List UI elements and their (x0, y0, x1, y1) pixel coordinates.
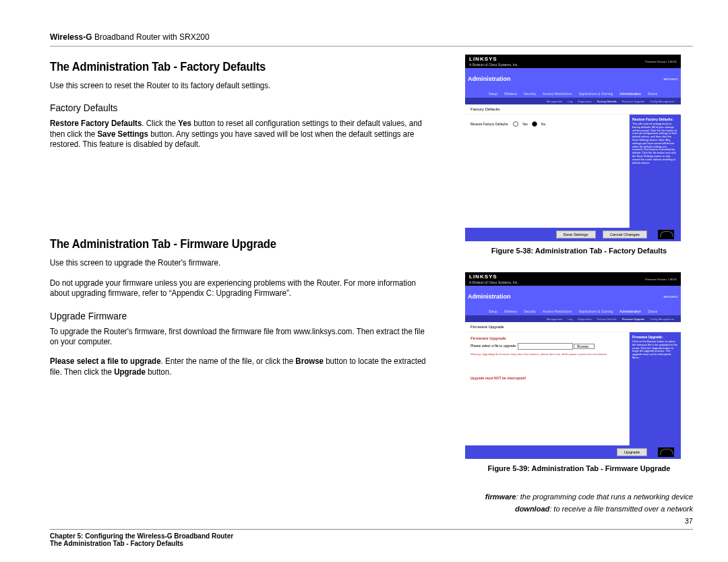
section-title-firmware-upgrade: The Administration Tab - Firmware Upgrad… (50, 237, 416, 251)
subtab-firmware-upgrade[interactable]: Firmware Upgrade (622, 317, 644, 321)
tab-access[interactable]: Access Restrictions (543, 92, 572, 96)
bold-save-settings: Save Settings (97, 129, 148, 139)
file-path-input[interactable] (518, 343, 573, 350)
firmware-upgrade-heading: Firmware Upgrade (471, 336, 624, 340)
firmware-download-paragraph: To upgrade the Router's firmware, first … (50, 327, 431, 348)
subtab-factory-defaults[interactable]: Factory Defaults (597, 100, 617, 103)
figure-content-left: Firmware Upgrade Please select a file to… (465, 332, 630, 445)
glossary-term-download: download (515, 505, 549, 513)
cisco-logo-icon (658, 447, 674, 457)
bold-browse: Browse (295, 356, 324, 366)
factory-defaults-intro: Use this screen to reset the Router to i… (50, 81, 431, 91)
radio-no[interactable] (532, 121, 537, 127)
subtab-management[interactable]: Management (547, 317, 562, 321)
admin-tab-label: Administration (468, 75, 511, 82)
figure-main-tabs: Setup Wireless Security Access Restricti… (465, 90, 681, 98)
product-header: Wireless-G Broadband Router with SRX200 (50, 32, 693, 42)
figure-factory-defaults: LINKSYS A Division of Cisco Systems, Inc… (465, 55, 681, 241)
glossary-term-firmware: firmware (485, 493, 516, 501)
help-text: This will reset all settings back to fac… (632, 123, 678, 164)
figure-bottom-bar: Upgrade (465, 445, 681, 459)
product-name-rest: Broadband Router with SRX200 (92, 32, 210, 42)
tab-administration[interactable]: Administration (619, 92, 641, 96)
subtab-factory-defaults[interactable]: Factory Defaults (597, 317, 617, 321)
figure-main-tabs: Setup Wireless Security Access Restricti… (465, 307, 681, 315)
tab-status[interactable]: Status (648, 309, 657, 313)
main-text-column: The Administration Tab - Factory Default… (50, 55, 448, 517)
figure-bottom-bar: Save Settings Cancel Changes (465, 228, 681, 241)
figure-header: LINKSYS A Division of Cisco Systems, Inc… (465, 272, 681, 286)
tab-wireless[interactable]: Wireless (504, 309, 517, 313)
figure-sub-tabs: Management Log Diagnostics Factory Defau… (465, 98, 681, 104)
firmware-select-paragraph: Please select a file to upgrade. Enter t… (50, 356, 431, 377)
bold-yes: Yes (178, 119, 191, 128)
footer-chapter: Chapter 5: Configuring the Wireless-G Br… (50, 532, 233, 540)
factory-defaults-paragraph: Restore Factory Defaults. Click the Yes … (50, 119, 431, 150)
upgrade-button[interactable]: Upgrade (617, 448, 647, 456)
figures-column: LINKSYS A Division of Cisco Systems, Inc… (465, 55, 693, 517)
upgrade-warning-text: Warning: Upgrading the firmware may take… (471, 352, 624, 356)
figure-nav-bar: Administration WRT54GX2 (465, 286, 681, 307)
no-interrupt-text: Upgrade must NOT be interrupted! (471, 376, 624, 380)
model-label: WRT54GX2 (664, 295, 679, 299)
subtab-config-management[interactable]: Config Management (650, 317, 674, 321)
help-title: Firmware Upgrade: (632, 335, 678, 339)
figure-1-caption: Figure 5-38: Administration Tab - Factor… (465, 247, 693, 255)
tab-wireless[interactable]: Wireless (504, 92, 517, 96)
select-file-label: Please select a file to upgrade: (471, 344, 516, 348)
firmware-version-label: Firmware Version: 1.00.01 (645, 278, 677, 281)
section-title-factory-defaults: The Administration Tab - Factory Default… (50, 60, 416, 74)
firmware-intro: Use this screen to upgrade the Router's … (50, 258, 431, 268)
tab-status[interactable]: Status (648, 92, 657, 96)
subtab-diagnostics[interactable]: Diagnostics (578, 100, 592, 103)
tab-apps[interactable]: Applications & Gaming (579, 309, 613, 313)
page-number: 37 (685, 517, 693, 525)
firmware-warning: Do not upgrade your firmware unless you … (50, 278, 431, 299)
glossary-firmware: firmware: the programming code that runs… (465, 493, 693, 501)
header-divider (50, 46, 693, 46)
tab-access[interactable]: Access Restrictions (543, 309, 572, 313)
fig-section-label: Firmware Upgrade (465, 322, 681, 332)
subtab-log[interactable]: Log (568, 100, 572, 103)
cisco-logo-icon (658, 230, 674, 239)
figure-firmware-upgrade: LINKSYS A Division of Cisco Systems, Inc… (465, 272, 681, 459)
tab-security[interactable]: Security (524, 309, 536, 313)
save-settings-button[interactable]: Save Settings (556, 230, 596, 239)
page-footer: 37 Chapter 5: Configuring the Wireless-G… (50, 528, 693, 547)
tab-setup[interactable]: Setup (489, 92, 497, 96)
admin-tab-label: Administration (468, 293, 511, 300)
tab-apps[interactable]: Applications & Gaming (579, 92, 613, 96)
subtab-diagnostics[interactable]: Diagnostics (578, 317, 592, 321)
brand-subtitle: A Division of Cisco Systems, Inc. (469, 280, 518, 284)
browse-button[interactable]: Browse... (574, 344, 595, 349)
bold-select-file: Please select a file to upgrade (50, 356, 161, 366)
glossary-download: download: to receive a file transmitted … (465, 505, 693, 513)
brand-subtitle: A Division of Cisco Systems, Inc. (469, 63, 518, 67)
tab-security[interactable]: Security (524, 92, 536, 96)
figure-2-caption: Figure 5-39: Administration Tab - Firmwa… (465, 464, 693, 472)
help-text: Click on the Browse button to select the… (632, 340, 678, 360)
figure-help-panel: Restore Factory Defaults: This will rese… (630, 115, 681, 228)
sub-title-upgrade-firmware: Upgrade Firmware (50, 310, 416, 321)
radio-yes[interactable] (513, 121, 518, 127)
subtab-firmware-upgrade[interactable]: Firmware Upgrade (622, 100, 644, 103)
help-title: Restore Factory Defaults: (632, 117, 678, 121)
firmware-version-label: Firmware Version: 1.00.01 (645, 60, 677, 63)
cancel-changes-button[interactable]: Cancel Changes (603, 230, 647, 239)
subtab-log[interactable]: Log (568, 317, 572, 321)
product-name-bold: Wireless-G (50, 32, 92, 42)
tab-administration[interactable]: Administration (619, 309, 641, 313)
subtab-management[interactable]: Management (547, 100, 562, 103)
restore-label: Restore Factory Defaults: (471, 122, 509, 126)
figure-header: LINKSYS A Division of Cisco Systems, Inc… (465, 55, 681, 68)
subtab-config-management[interactable]: Config Management (650, 100, 674, 103)
figure-nav-bar: Administration WRT54GX2 (465, 68, 681, 90)
tab-setup[interactable]: Setup (489, 309, 497, 313)
linksys-logo: LINKSYS (469, 274, 518, 280)
bold-upgrade: Upgrade (114, 367, 146, 377)
bold-restore: Restore Factory Defaults (50, 119, 142, 128)
figure-content-left: Restore Factory Defaults: Yes No (465, 115, 630, 228)
figure-sub-tabs: Management Log Diagnostics Factory Defau… (465, 315, 681, 322)
model-label: WRT54GX2 (664, 77, 679, 81)
fig-section-label: Factory Defaults (465, 104, 681, 115)
